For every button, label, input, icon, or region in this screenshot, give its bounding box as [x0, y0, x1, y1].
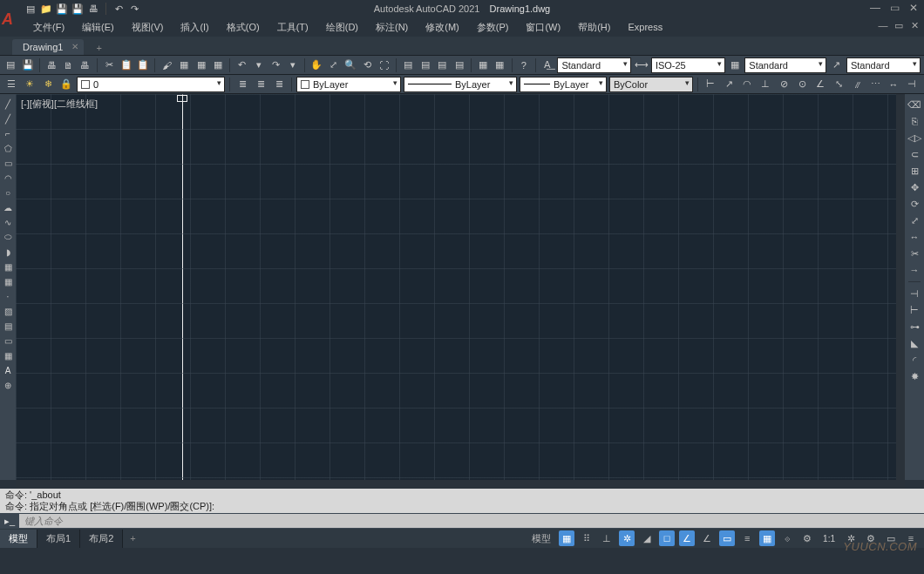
- dim-break-icon[interactable]: ⊣: [904, 77, 920, 92]
- paste-icon[interactable]: 📋: [136, 57, 150, 73]
- join-icon[interactable]: ⊶: [907, 320, 921, 334]
- break-icon[interactable]: ⊢: [907, 303, 921, 317]
- layer-isolate-icon[interactable]: ≣: [271, 77, 287, 92]
- layer-props-icon[interactable]: ☰: [3, 77, 19, 92]
- snap-mode-icon[interactable]: ⠿: [579, 530, 594, 546]
- trim-icon[interactable]: ✂: [907, 246, 921, 260]
- print-icon[interactable]: 🖶: [44, 57, 58, 73]
- dim-radius-icon[interactable]: ⊘: [776, 77, 792, 92]
- viewport-label[interactable]: [-][俯视][二维线框]: [21, 98, 98, 111]
- properties-icon[interactable]: ▤: [401, 57, 415, 73]
- pan-icon[interactable]: ✋: [309, 57, 323, 73]
- spline-icon[interactable]: ∿: [2, 216, 14, 228]
- menu-draw[interactable]: 绘图(D): [317, 18, 367, 37]
- rotate-icon[interactable]: ⟳: [907, 197, 921, 211]
- polygon-icon[interactable]: ⬠: [2, 142, 14, 154]
- text-style-dropdown[interactable]: Standard: [557, 57, 631, 73]
- gradient-icon[interactable]: ▤: [2, 320, 14, 332]
- menu-modify[interactable]: 修改(M): [417, 18, 468, 37]
- menu-dimension[interactable]: 标注(N): [367, 18, 417, 37]
- dim-diameter-icon[interactable]: ⊙: [794, 77, 810, 92]
- multileader-style-icon[interactable]: ↗: [829, 57, 843, 73]
- add-selection-icon[interactable]: ⊕: [2, 379, 14, 391]
- zoom-window-icon[interactable]: 🔍: [343, 57, 357, 73]
- markup-icon[interactable]: ▤: [435, 57, 449, 73]
- polar-tracking-icon[interactable]: ✲: [619, 530, 635, 546]
- menu-parametric[interactable]: 参数(P): [468, 18, 518, 37]
- dim-linear-icon[interactable]: ⊢: [703, 77, 718, 92]
- layout-tab-layout2[interactable]: 布局2: [80, 530, 123, 548]
- line-icon[interactable]: ╱: [2, 98, 14, 110]
- menu-tools[interactable]: 工具(T): [268, 18, 317, 37]
- workspace-icon[interactable]: ⚙: [799, 530, 815, 546]
- vertical-scrollbar[interactable]: [896, 94, 905, 480]
- chamfer-icon[interactable]: ◣: [907, 336, 921, 350]
- publish-icon[interactable]: 🖶: [78, 57, 92, 73]
- redo-icon[interactable]: ↷: [268, 57, 282, 73]
- point-icon[interactable]: ·: [2, 290, 14, 302]
- layer-freeze-icon[interactable]: ❄: [40, 77, 56, 92]
- annotation-scale[interactable]: 1:1: [819, 534, 839, 544]
- dim-style-dropdown[interactable]: ISO-25: [651, 57, 725, 73]
- menu-format[interactable]: 格式(O): [218, 18, 268, 37]
- layer-lock-icon[interactable]: 🔒: [58, 77, 74, 92]
- ml-style-dropdown[interactable]: Standard: [846, 57, 921, 73]
- dynamic-input-icon[interactable]: ▭: [719, 530, 735, 546]
- ellipse-icon[interactable]: ⬭: [2, 231, 14, 243]
- layer-dropdown[interactable]: 0: [77, 77, 225, 92]
- new-file-icon[interactable]: ▤: [3, 57, 17, 73]
- dim-aligned-icon[interactable]: ↗: [721, 77, 737, 92]
- extend-icon[interactable]: →: [907, 263, 921, 277]
- doc-close-button[interactable]: ✕: [908, 19, 921, 31]
- help-icon[interactable]: ?: [517, 57, 531, 73]
- explode-icon[interactable]: ✸: [907, 369, 921, 383]
- plotstyle-dropdown[interactable]: ByLayer: [520, 77, 607, 92]
- isodraft-icon[interactable]: ◢: [639, 530, 655, 546]
- arc-icon[interactable]: ◠: [2, 172, 14, 184]
- offset-icon[interactable]: ⊂: [907, 147, 921, 161]
- osnap-toggle-icon[interactable]: □: [659, 530, 675, 546]
- maximize-button[interactable]: ▭: [887, 2, 901, 14]
- ortho-toggle-icon[interactable]: ⊥: [599, 530, 615, 546]
- menu-insert[interactable]: 插入(I): [172, 18, 217, 37]
- otrack-icon[interactable]: ∠: [699, 530, 715, 546]
- sheet-set-icon[interactable]: ▤: [418, 57, 432, 73]
- calc-icon[interactable]: ▦: [493, 57, 506, 73]
- layer-previous-icon[interactable]: ≣: [234, 77, 250, 92]
- command-prompt-icon[interactable]: ▸_: [0, 513, 19, 529]
- insert-block-icon[interactable]: ▦: [2, 260, 14, 273]
- save-file-icon[interactable]: 💾: [20, 57, 34, 73]
- color-dropdown[interactable]: ByColor: [609, 77, 693, 92]
- move-icon[interactable]: ✥: [907, 180, 921, 194]
- command-input[interactable]: [19, 514, 924, 528]
- dim-arc-icon[interactable]: ◠: [739, 77, 755, 92]
- rectangle-icon[interactable]: ▭: [2, 157, 14, 169]
- array-icon[interactable]: ⊞: [907, 164, 921, 178]
- circle-icon[interactable]: ○: [2, 186, 14, 199]
- mirror-icon[interactable]: ◁▷: [907, 131, 921, 145]
- chevron-down-icon[interactable]: ▾: [252, 57, 266, 73]
- lineweight-dropdown[interactable]: ByLayer: [404, 77, 517, 92]
- region-icon[interactable]: ▭: [2, 334, 14, 347]
- selection-cycling-icon[interactable]: ⟐: [779, 530, 795, 546]
- grid-toggle-icon[interactable]: ▦: [559, 530, 574, 546]
- copy-obj-icon[interactable]: ⎘: [907, 114, 921, 128]
- hatch-icon[interactable]: ▨: [2, 305, 14, 317]
- table-style-icon[interactable]: ▦: [728, 57, 742, 73]
- doc-minimize-button[interactable]: —: [877, 19, 889, 31]
- linetype-dropdown[interactable]: ByLayer: [296, 77, 401, 92]
- dim-quick-icon[interactable]: ⤡: [831, 77, 846, 92]
- dim-continue-icon[interactable]: ⋯: [867, 77, 883, 92]
- quickcalc-icon[interactable]: ▤: [452, 57, 465, 73]
- layer-on-icon[interactable]: ☀: [22, 77, 37, 92]
- erase-icon[interactable]: ⌫: [907, 98, 921, 111]
- add-tab-button[interactable]: +: [89, 41, 108, 55]
- zoom-previous-icon[interactable]: ⟲: [360, 57, 374, 73]
- horizontal-scrollbar[interactable]: [16, 480, 905, 489]
- layout-tab-layout1[interactable]: 布局1: [37, 530, 80, 548]
- minimize-button[interactable]: —: [868, 2, 882, 14]
- menu-file[interactable]: 文件(F): [24, 18, 73, 37]
- design-center-icon[interactable]: ▦: [194, 57, 207, 73]
- zoom-extents-icon[interactable]: ⤢: [326, 57, 340, 73]
- 3dosnap-icon[interactable]: ∠: [679, 530, 695, 546]
